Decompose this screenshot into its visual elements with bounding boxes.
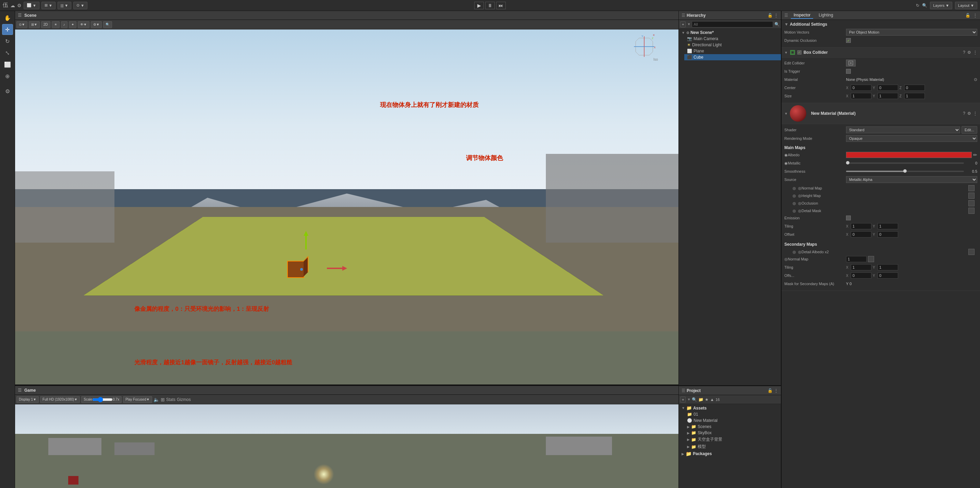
game-play-focused-dropdown[interactable]: Play Focused ▼ bbox=[123, 396, 152, 403]
metallic-slider[interactable] bbox=[846, 162, 964, 164]
detail-albedo-thumb[interactable] bbox=[968, 249, 975, 255]
tool-combined[interactable]: ⊕ bbox=[2, 71, 13, 81]
albedo-color-swatch[interactable] bbox=[846, 152, 972, 158]
material-settings-icon[interactable]: ⚙ bbox=[967, 111, 971, 116]
project-lock-icon[interactable]: 🔓 bbox=[768, 388, 773, 393]
toolbar-dropdown-3[interactable]: ||| ▼ bbox=[57, 2, 71, 9]
albedo-edit-icon[interactable]: ✏ bbox=[973, 152, 977, 157]
scene-viewport[interactable]: Z X Y × Iso 现在物体身上就有了刚才新建的材质 → bbox=[15, 29, 678, 385]
center-z-input[interactable]: 0 bbox=[904, 85, 925, 91]
emission-checkbox[interactable] bbox=[846, 216, 851, 220]
layout-dropdown[interactable]: Layout ▼ bbox=[955, 2, 977, 9]
tiling-x-input[interactable]: 1 bbox=[851, 223, 871, 229]
game-scale-slider[interactable] bbox=[92, 397, 113, 402]
project-item-scenes[interactable]: ▶ 📁 Scenes bbox=[684, 424, 781, 430]
hierarchy-item-cube[interactable]: ⬛ Cube bbox=[684, 54, 781, 60]
scene-tool-2d[interactable]: 2D bbox=[41, 21, 50, 28]
tool-rect[interactable]: ⬜ bbox=[2, 59, 13, 70]
scene-tool-light[interactable]: ☀ bbox=[52, 21, 60, 28]
inspector-menu-icon[interactable]: ⋮ bbox=[973, 13, 977, 18]
box-collider-menu-icon[interactable]: ⋮ bbox=[973, 50, 977, 55]
toolbar-dropdown-4[interactable]: ⊙ ▼ bbox=[73, 2, 88, 9]
collider-material-target-icon[interactable]: ⊙ bbox=[974, 77, 977, 82]
secondary-normal-thumb[interactable] bbox=[868, 256, 874, 262]
detail-mask-thumb[interactable] bbox=[968, 208, 975, 214]
layers-dropdown[interactable]: Layers ▼ bbox=[930, 2, 952, 9]
tool-extra[interactable]: ⚙ bbox=[2, 86, 13, 97]
hierarchy-menu-icon[interactable]: ⋮ bbox=[774, 13, 778, 18]
scene-tool-shading[interactable]: ⊙ ▼ bbox=[16, 21, 27, 28]
edit-collider-button[interactable] bbox=[846, 60, 856, 67]
hierarchy-search-icon-btn[interactable]: 🔍 bbox=[775, 22, 780, 27]
rendering-mode-dropdown[interactable]: Opaque bbox=[846, 135, 977, 142]
size-y-input[interactable]: 1 bbox=[878, 93, 898, 99]
tiling-y-input[interactable]: 1 bbox=[878, 223, 898, 229]
tab-inspector[interactable]: Inspector bbox=[791, 12, 813, 19]
project-packages-root[interactable]: ▶ 📁 Packages bbox=[679, 450, 781, 457]
shader-dropdown[interactable]: Standard bbox=[846, 126, 960, 133]
scene-tool-grid[interactable]: ⊞ ▼ bbox=[29, 21, 40, 28]
secondary-normal-input[interactable]: 1 bbox=[846, 256, 867, 262]
scene-tool-effects[interactable]: ✦ bbox=[69, 21, 76, 28]
project-add-button[interactable]: + bbox=[680, 396, 686, 403]
toolbar-dropdown-1[interactable]: ⬜ ▼ bbox=[24, 2, 40, 9]
hierarchy-item-light[interactable]: ☀ Directional Light bbox=[684, 42, 781, 48]
tool-rotate[interactable]: ↻ bbox=[2, 36, 13, 47]
project-item-01[interactable]: 📁 01 bbox=[684, 411, 781, 417]
smoothness-slider[interactable] bbox=[846, 171, 964, 172]
game-speaker-icon[interactable]: 🔈 bbox=[154, 397, 159, 402]
project-star-icon[interactable]: ★ bbox=[705, 397, 709, 402]
game-stats-label[interactable]: Stats bbox=[166, 397, 175, 402]
sec-tiling-x-input[interactable]: 1 bbox=[851, 264, 871, 270]
box-collider-settings-icon[interactable]: ⚙ bbox=[967, 50, 971, 55]
project-item-skybox[interactable]: ▶ 📁 SkyBox bbox=[684, 430, 781, 436]
offset-x-input[interactable]: 0 bbox=[851, 231, 871, 237]
game-gizmos-label[interactable]: Gizmos bbox=[177, 397, 191, 402]
step-button[interactable]: ⏭ bbox=[496, 2, 506, 9]
height-map-thumb[interactable] bbox=[968, 192, 975, 199]
toolbar-dropdown-2[interactable]: ⊞ ▼ bbox=[41, 2, 56, 9]
offset-y-input[interactable]: 0 bbox=[878, 231, 898, 237]
occlusion-thumb[interactable] bbox=[968, 200, 975, 206]
material-collapse-arrow[interactable]: ▼ bbox=[784, 112, 788, 116]
hierarchy-item-plane[interactable]: ⬜ Plane bbox=[684, 48, 781, 54]
tool-scale[interactable]: ⤡ bbox=[2, 47, 13, 58]
scene-tool-audio[interactable]: ♪ bbox=[61, 21, 67, 28]
source-dropdown[interactable]: Metallic Alpha bbox=[846, 176, 977, 183]
additional-collapse-arrow[interactable]: ▼ bbox=[784, 22, 789, 27]
pause-button[interactable]: ⏸ bbox=[485, 2, 495, 9]
material-help-icon[interactable]: ? bbox=[963, 111, 965, 116]
hierarchy-lock-icon[interactable]: 🔓 bbox=[768, 13, 773, 18]
center-y-input[interactable]: 0 bbox=[878, 85, 898, 91]
sec-offset-x-input[interactable] bbox=[851, 272, 871, 278]
tool-hand[interactable]: ✋ bbox=[2, 12, 13, 23]
box-collider-collapse-arrow[interactable]: ▼ bbox=[784, 51, 788, 54]
project-item-material[interactable]: ⚪ New Material bbox=[684, 417, 781, 424]
scene-tool-search[interactable]: 🔍 bbox=[103, 21, 112, 28]
tab-lighting[interactable]: Lighting bbox=[816, 12, 836, 19]
project-item-skybox-bg[interactable]: ▶ 📁 天空盒子背景 bbox=[684, 436, 781, 443]
box-collider-help-icon[interactable]: ? bbox=[963, 50, 965, 55]
project-assets-root[interactable]: ▼ 📁 Assets bbox=[679, 405, 781, 411]
size-z-input[interactable]: 1 bbox=[904, 93, 925, 99]
sec-tiling-y-input[interactable]: 1 bbox=[878, 264, 898, 270]
normal-map-thumb[interactable] bbox=[968, 185, 975, 191]
project-menu-icon[interactable]: ⋮ bbox=[774, 388, 778, 393]
game-grid-icon[interactable]: ⊞ bbox=[161, 397, 165, 402]
scene-tool-gizmos[interactable]: ⚙ ▼ bbox=[91, 21, 102, 28]
project-search-icon[interactable]: 🔍 bbox=[692, 397, 697, 402]
inspector-lock-icon[interactable]: 🔓 bbox=[965, 13, 970, 18]
dynamic-occlusion-checkbox[interactable]: ✓ bbox=[846, 38, 851, 43]
edit-shader-button[interactable]: Edit... bbox=[961, 126, 977, 134]
material-menu-icon[interactable]: ⋮ bbox=[973, 111, 977, 116]
play-button[interactable]: ▶ bbox=[474, 2, 484, 9]
motion-vectors-dropdown[interactable]: Per Object Motion bbox=[846, 29, 977, 36]
hierarchy-item-camera[interactable]: 📷 Main Camera bbox=[684, 36, 781, 42]
is-trigger-checkbox[interactable] bbox=[846, 69, 851, 74]
sec-offset-y-input[interactable]: 0 bbox=[878, 272, 898, 278]
hierarchy-add-button[interactable]: + bbox=[680, 21, 686, 27]
project-filter-icon[interactable]: ▲ bbox=[710, 397, 714, 402]
size-x-input[interactable]: 1 bbox=[851, 93, 871, 99]
game-display-dropdown[interactable]: Display 1 ▼ bbox=[16, 396, 39, 403]
hierarchy-scene-root[interactable]: ▼ ⊙ New Scene* bbox=[679, 29, 781, 36]
